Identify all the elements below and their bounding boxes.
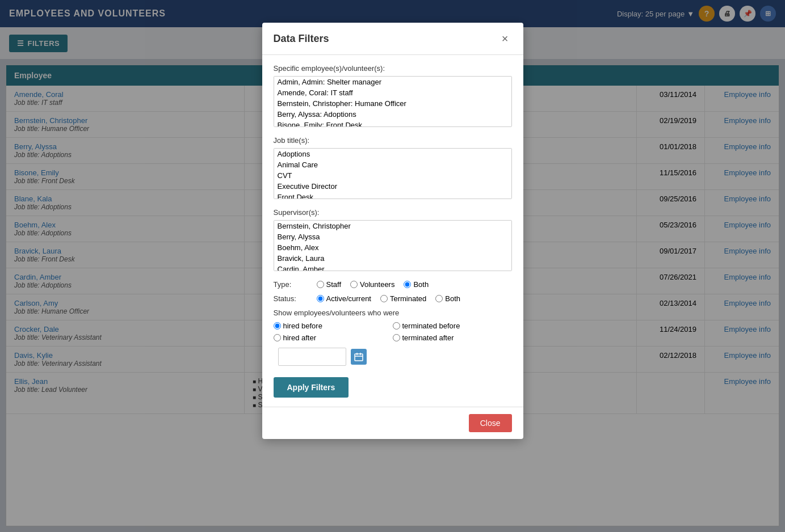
modal-title: Data Filters xyxy=(274,33,329,45)
employee-option[interactable]: Bisone, Emily: Front Desk xyxy=(274,120,511,127)
status-both-option[interactable]: Both xyxy=(435,294,460,303)
employees-filter-label: Specific employee(s)/volunteer(s): xyxy=(274,64,512,73)
hired-before-radio[interactable] xyxy=(274,322,281,330)
show-options-grid: hired before terminated before hired aft… xyxy=(274,322,512,342)
type-label: Type: xyxy=(274,280,308,289)
hired-after-option[interactable]: hired after xyxy=(274,333,393,342)
close-button[interactable]: Close xyxy=(469,414,512,432)
supervisors-listbox[interactable]: Bernstein, Christopher Berry, Alyssa Boe… xyxy=(274,220,512,271)
supervisors-filter-label: Supervisor(s): xyxy=(274,208,512,217)
job-titles-listbox[interactable]: Adoptions Animal Care CVT Executive Dire… xyxy=(274,148,512,199)
modal-body: Specific employee(s)/volunteer(s): Admin… xyxy=(262,55,523,407)
type-volunteers-option[interactable]: Volunteers xyxy=(350,280,394,289)
date-input-row xyxy=(278,348,512,366)
job-title-option[interactable]: CVT xyxy=(274,170,511,181)
terminated-after-option[interactable]: terminated after xyxy=(393,333,512,342)
employees-filter-section: Specific employee(s)/volunteer(s): Admin… xyxy=(274,64,512,127)
data-filters-modal: Data Filters × Specific employee(s)/volu… xyxy=(262,23,523,439)
type-volunteers-radio[interactable] xyxy=(350,281,358,288)
status-active-radio[interactable] xyxy=(317,295,324,302)
hired-before-option[interactable]: hired before xyxy=(274,322,393,330)
employee-option[interactable]: Berry, Alyssa: Adoptions xyxy=(274,109,511,120)
supervisor-option[interactable]: Boehm, Alex xyxy=(274,242,511,253)
apply-filters-button[interactable]: Apply Filters xyxy=(274,377,349,398)
status-both-radio[interactable] xyxy=(435,295,443,302)
terminated-after-radio[interactable] xyxy=(393,334,400,341)
employees-listbox[interactable]: Admin, Admin: Shelter manager Amende, Co… xyxy=(274,76,512,127)
employee-option[interactable]: Admin, Admin: Shelter manager xyxy=(274,77,511,87)
status-terminated-option[interactable]: Terminated xyxy=(380,294,426,303)
employee-option[interactable]: Bernstein, Christopher: Humane Officer xyxy=(274,98,511,109)
job-titles-filter-section: Job title(s): Adoptions Animal Care CVT … xyxy=(274,136,512,199)
type-staff-option[interactable]: Staff xyxy=(317,280,342,289)
status-terminated-radio[interactable] xyxy=(380,295,388,302)
date-input[interactable] xyxy=(278,348,346,366)
job-title-option[interactable]: Adoptions xyxy=(274,149,511,159)
supervisors-filter-section: Supervisor(s): Bernstein, Christopher Be… xyxy=(274,208,512,271)
modal-overlay: Data Filters × Specific employee(s)/volu… xyxy=(0,0,785,532)
supervisor-option[interactable]: Berry, Alyssa xyxy=(274,231,511,242)
type-radio-row: Type: Staff Volunteers Both xyxy=(274,280,512,289)
modal-header: Data Filters × xyxy=(262,23,523,55)
job-title-option[interactable]: Front Desk xyxy=(274,192,511,199)
job-titles-filter-label: Job title(s): xyxy=(274,136,512,145)
hired-after-radio[interactable] xyxy=(274,334,281,341)
modal-footer: Close xyxy=(262,407,523,439)
svg-rect-0 xyxy=(355,354,363,361)
calendar-icon[interactable] xyxy=(351,349,367,365)
show-section-label: Show employees/volunteers who were xyxy=(274,309,512,317)
type-both-radio[interactable] xyxy=(404,281,411,288)
status-active-option[interactable]: Active/current xyxy=(317,294,371,303)
type-both-option[interactable]: Both xyxy=(404,280,429,289)
employee-option[interactable]: Amende, Coral: IT staff xyxy=(274,87,511,98)
supervisor-option[interactable]: Bernstein, Christopher xyxy=(274,221,511,231)
type-staff-radio[interactable] xyxy=(317,281,324,288)
show-section: Show employees/volunteers who were hired… xyxy=(274,309,512,366)
supervisor-option[interactable]: Bravick, Laura xyxy=(274,253,511,264)
terminated-before-radio[interactable] xyxy=(393,322,400,330)
status-radio-row: Status: Active/current Terminated Both xyxy=(274,294,512,303)
status-label: Status: xyxy=(274,294,308,303)
supervisor-option[interactable]: Cardin, Amber xyxy=(274,264,511,271)
modal-close-button[interactable]: × xyxy=(498,32,512,45)
terminated-before-option[interactable]: terminated before xyxy=(393,322,512,330)
job-title-option[interactable]: Executive Director xyxy=(274,181,511,192)
job-title-option[interactable]: Animal Care xyxy=(274,159,511,170)
